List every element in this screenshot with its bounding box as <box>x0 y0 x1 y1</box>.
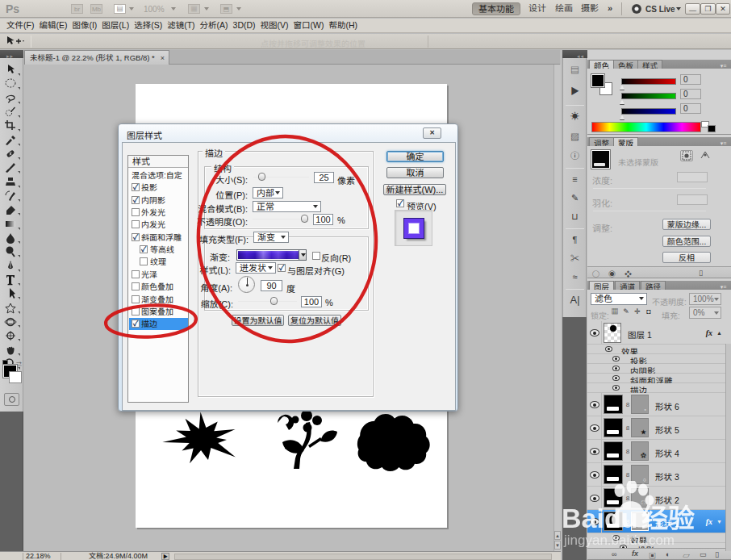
style-checkbox[interactable]: ✓ <box>132 320 140 328</box>
style-checkbox[interactable]: ✓ <box>140 245 148 253</box>
foreground-color-swatch[interactable] <box>591 74 604 87</box>
filltype-dropdown[interactable]: 渐变 <box>253 232 289 243</box>
layer-name[interactable]: 形状 4 <box>655 447 679 459</box>
dock-play-icon[interactable]: ▶ <box>568 86 582 98</box>
background-swatch[interactable] <box>9 371 22 383</box>
effects-header-row[interactable]: 效果 <box>587 533 725 543</box>
vector-mask-thumbnail[interactable]: ✿ <box>631 441 649 461</box>
cslive-dropdown-icon[interactable] <box>676 7 681 10</box>
green-slider[interactable] <box>621 93 676 99</box>
arrange-dropdown-icon[interactable] <box>204 7 209 10</box>
layer-visibility-icon[interactable] <box>590 424 599 432</box>
path-selection-tool[interactable] <box>4 287 19 299</box>
shape-fill-thumbnail[interactable] <box>604 512 623 531</box>
dock-mini-bridge-icon[interactable]: ▤ <box>568 65 582 77</box>
menu-item[interactable]: 编辑(E) <box>36 19 69 32</box>
gradient-dropdown-icon[interactable] <box>299 250 306 260</box>
vector-mask-thumbnail[interactable]: ★ <box>631 418 649 437</box>
mask-disable-icon[interactable]: ◯ <box>592 269 599 279</box>
gradient-bar[interactable] <box>236 249 307 261</box>
style-list-item[interactable]: 光泽 <box>129 269 188 281</box>
opacity-slider[interactable] <box>253 214 309 224</box>
hand-tool[interactable] <box>4 344 19 356</box>
effect-row[interactable]: 内阴影 <box>587 364 725 374</box>
menu-item[interactable]: 图像(I) <box>69 19 99 32</box>
layer-visibility-icon[interactable] <box>612 375 620 381</box>
reverse-checkbox[interactable] <box>312 252 320 260</box>
layer-visibility-icon[interactable] <box>612 385 620 391</box>
shape-fill-thumbnail[interactable] <box>604 395 623 414</box>
dodge-tool[interactable] <box>4 245 19 257</box>
layer-row-layer1[interactable]: 图层 1fx▲ <box>587 321 725 345</box>
shape-fill-thumbnail[interactable] <box>604 418 623 437</box>
workspace-overflow-button[interactable]: » <box>602 2 618 15</box>
menu-item[interactable]: 文件(F) <box>4 19 36 32</box>
layer-visibility-icon[interactable] <box>590 471 599 479</box>
mask-trash-icon[interactable]: ▯ <box>699 269 703 277</box>
adjustment-layer-icon[interactable]: ◐ <box>666 550 670 558</box>
view-extras-dropdown-icon[interactable] <box>129 7 134 10</box>
green-slider-thumb[interactable] <box>620 99 624 104</box>
cslive-button[interactable]: CS Live <box>645 5 675 14</box>
blend-dropdown[interactable]: 正常 <box>253 201 321 212</box>
link-layers-icon[interactable]: ∞ <box>612 550 616 558</box>
style-list-item[interactable]: 渐变叠加 <box>129 294 188 306</box>
layer-row-shape[interactable]: 8☁形状 2 <box>587 487 725 510</box>
dock-histogram-icon[interactable]: ≡ <box>568 173 582 186</box>
screen-mode-icon[interactable]: ⬒ <box>220 4 232 14</box>
red-slider-thumb[interactable] <box>620 85 624 90</box>
bridge-icon[interactable]: br <box>71 4 83 14</box>
effects-header-row[interactable]: 效果 <box>587 345 725 354</box>
pixel-mask-icon[interactable] <box>680 150 693 161</box>
vector-mask-thumbnail[interactable]: ▫ <box>631 395 649 414</box>
mask-eye-icon[interactable]: ◉ <box>608 269 616 279</box>
lock-all-icon[interactable]: ◘ <box>644 307 654 316</box>
opacity-input[interactable]: 100 <box>313 214 333 225</box>
dock-brush-icon[interactable]: ✎ <box>568 192 582 205</box>
canvas-vertical-scrollbar[interactable]: ▲ ▼ <box>553 65 561 551</box>
tab-close-icon[interactable]: × <box>161 52 165 65</box>
style-list-item[interactable]: 颜色叠加 <box>129 281 188 293</box>
layer-name[interactable]: 形状 3 <box>655 470 679 483</box>
crop-tool[interactable] <box>4 119 19 132</box>
menu-item[interactable]: 3D(D) <box>231 19 258 32</box>
vector-mask-thumbnail[interactable]: ○ <box>631 465 649 484</box>
vector-mask-icon[interactable] <box>699 150 712 161</box>
scale-input[interactable]: 100 <box>301 296 322 307</box>
align-checkbox[interactable]: ✓ <box>278 264 286 272</box>
brush-tool[interactable] <box>4 161 19 173</box>
style-list-item[interactable]: ✓ 内阴影 <box>129 194 188 207</box>
workspace-design-button[interactable]: 设计 <box>523 2 552 15</box>
layer1-thumbnail[interactable] <box>604 323 621 343</box>
menu-item[interactable]: 帮助(H) <box>327 19 361 32</box>
set-default-button[interactable]: 设置为默认值 <box>232 315 284 326</box>
move-tool[interactable] <box>4 64 19 76</box>
layer-visibility-icon[interactable] <box>590 329 599 336</box>
toolbox-dock-header[interactable]: ▸▸ <box>0 50 23 58</box>
size-slider[interactable] <box>253 172 309 182</box>
dock-character-icon[interactable]: ≈ <box>568 271 582 284</box>
style-checkbox[interactable] <box>132 295 140 303</box>
collapse-effects-icon[interactable]: ▼ <box>716 519 722 524</box>
style-list-item[interactable]: 混合选项:自定 <box>129 169 188 182</box>
scroll-down-icon[interactable]: ▼ <box>554 541 561 550</box>
style-list-item[interactable]: ✓ 投影 <box>129 182 188 194</box>
dock-ai-icon[interactable]: A| <box>568 294 582 307</box>
position-dropdown[interactable]: 内部 <box>253 187 283 199</box>
style-list-item[interactable]: ✓ 斜面和浮雕 <box>129 232 188 244</box>
layer-visibility-icon[interactable] <box>612 356 620 361</box>
shape-fill-thumbnail[interactable] <box>604 441 623 461</box>
layer-visibility-icon[interactable] <box>612 366 620 371</box>
history-brush-tool[interactable] <box>4 190 19 202</box>
style-list-item[interactable]: 图案叠加 <box>129 306 188 318</box>
size-slider-thumb[interactable] <box>258 173 265 181</box>
blur-tool[interactable] <box>4 232 19 244</box>
new-layer-icon[interactable]: ▭ <box>700 550 707 558</box>
style-checkbox[interactable]: ✓ <box>132 233 140 241</box>
layer-row-shape[interactable]: 8▫形状 6 <box>587 393 725 416</box>
lasso-tool[interactable] <box>4 92 19 104</box>
zoom-level[interactable]: 100% <box>144 5 165 14</box>
move-tool-options-icon[interactable] <box>4 36 28 47</box>
dock-adjustments-icon[interactable]: ☀ <box>568 111 582 123</box>
layer-name[interactable]: 形状 2 <box>655 494 679 506</box>
